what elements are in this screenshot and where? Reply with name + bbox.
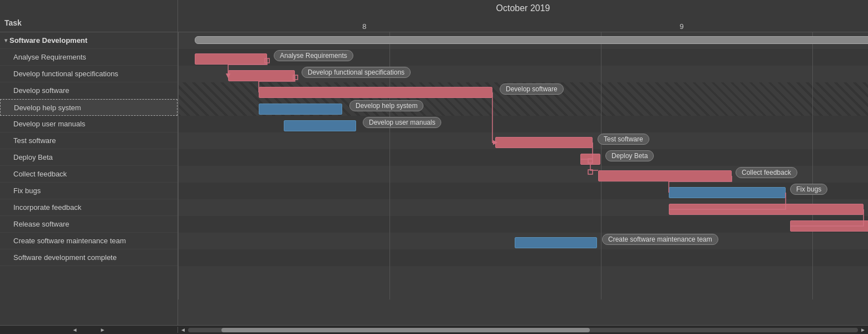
task-item-release-software[interactable]: Release software	[0, 216, 177, 233]
callout-collect-feedback: Collect feedback	[736, 167, 797, 178]
task-column-header: Task	[0, 0, 178, 32]
task-item-incorporate-feedback[interactable]: Incorporate feedback	[0, 199, 177, 216]
bar-deploy-beta[interactable]	[580, 154, 600, 165]
task-label-9: Fix bugs	[13, 186, 41, 195]
gantt-chart-area[interactable]: Analyse Requirements Develop functional …	[178, 32, 868, 325]
bar-create-maintenance-team[interactable]	[515, 237, 597, 248]
bar-develop-help-system[interactable]	[259, 104, 342, 115]
scroll-track[interactable]	[188, 328, 858, 332]
gantt-inner: Analyse Requirements Develop functional …	[178, 32, 868, 299]
callout-create-maintenance-team: Create software maintenance team	[602, 234, 718, 245]
callout-develop-user-manuals: Develop user manuals	[363, 117, 441, 128]
callout-analyse-requirements: Analyse Requirements	[274, 50, 353, 61]
task-item-deploy-beta[interactable]: Deploy Beta	[0, 149, 177, 166]
row-bg-13	[178, 249, 868, 266]
scrollbar-right: ◄ ►	[178, 327, 868, 333]
task-label: Task	[4, 18, 22, 27]
callout-develop-functional-specs: Develop functional specifications	[302, 67, 411, 78]
scrollbar-left: ◄ ►	[0, 327, 178, 333]
bar-incorporate-feedback[interactable]	[669, 204, 864, 215]
task-item-software-development[interactable]: ▾ Software Development	[0, 32, 177, 49]
task-item-fix-bugs[interactable]: Fix bugs	[0, 183, 177, 199]
grid-line-10	[812, 32, 813, 299]
bar-test-software[interactable]	[495, 137, 593, 148]
scroll-left-button[interactable]: ◄	[72, 327, 78, 333]
bar-release-software[interactable]	[790, 220, 868, 232]
date-9: 9	[680, 22, 684, 31]
callout-deploy-beta: Deploy Beta	[605, 150, 654, 161]
timeline-dates: 8 9	[178, 18, 868, 32]
task-list[interactable]: ▾ Software Development Analyse Requireme…	[0, 32, 178, 325]
task-label-3: Develop software	[13, 86, 69, 95]
scroll-gantt-left-button[interactable]: ◄	[180, 327, 186, 333]
task-label-13: Software development complete	[13, 253, 117, 262]
month-label: October 2019	[178, 3, 868, 13]
date-8: 8	[362, 22, 366, 31]
scroll-gantt-right-button[interactable]: ►	[860, 327, 866, 333]
row-bg-11	[178, 216, 868, 233]
scroll-right-button[interactable]: ►	[100, 327, 106, 333]
task-label-1: Analyse Requirements	[13, 53, 86, 61]
row-bg-7	[178, 149, 868, 166]
task-label-11: Release software	[13, 220, 69, 228]
bar-software-development-summary[interactable]	[195, 36, 868, 44]
task-item-develop-user-manuals[interactable]: Develop user manuals	[0, 116, 177, 132]
timeline-header: October 2019 8 9	[178, 0, 868, 32]
task-item-test-software[interactable]: Test software	[0, 132, 177, 149]
bar-develop-software[interactable]	[259, 87, 492, 98]
row-bg-5	[178, 116, 868, 132]
callout-test-software: Test software	[598, 134, 649, 145]
task-item-software-dev-complete[interactable]: Software development complete	[0, 249, 177, 266]
bar-fix-bugs[interactable]	[669, 187, 786, 198]
grid-line-9	[601, 32, 601, 299]
main-container: Task October 2019 8 9 ▾ Software Develop…	[0, 0, 868, 334]
bar-develop-functional-specs[interactable]	[228, 70, 295, 81]
task-item-analyse-requirements[interactable]: Analyse Requirements	[0, 49, 177, 66]
task-label-8: Collect feedback	[13, 170, 67, 178]
callout-develop-software: Develop software	[500, 84, 564, 95]
task-label-2: Develop functional specifications	[13, 70, 119, 78]
bar-analyse-requirements[interactable]	[195, 53, 267, 65]
task-item-create-maintenance-team[interactable]: Create software maintenance team	[0, 233, 177, 249]
grid-line-start	[178, 32, 179, 299]
scroll-thumb[interactable]	[221, 328, 590, 332]
header-row: Task October 2019 8 9	[0, 0, 868, 32]
scrollbar-area: ◄ ► ◄ ►	[0, 325, 868, 334]
task-label-10: Incorporate feedback	[13, 203, 81, 212]
task-label-4: Develop help system	[14, 104, 81, 112]
task-item-develop-functional-specs[interactable]: Develop functional specifications	[0, 66, 177, 82]
task-label-12: Create software maintenance team	[13, 237, 126, 245]
bar-develop-user-manuals[interactable]	[284, 120, 356, 131]
task-item-develop-help-system[interactable]: Develop help system	[0, 99, 177, 116]
content-area: ▾ Software Development Analyse Requireme…	[0, 32, 868, 325]
task-label-0: Software Development	[9, 36, 87, 45]
task-label-5: Develop user manuals	[13, 120, 85, 128]
task-item-collect-feedback[interactable]: Collect feedback	[0, 166, 177, 183]
task-item-develop-software[interactable]: Develop software	[0, 82, 177, 99]
callout-develop-help-system: Develop help system	[349, 100, 423, 111]
collapse-chevron: ▾	[4, 37, 7, 43]
task-label-7: Deploy Beta	[13, 153, 53, 161]
bar-collect-feedback[interactable]	[598, 170, 732, 181]
callout-fix-bugs: Fix bugs	[790, 184, 827, 195]
task-label-6: Test software	[13, 136, 56, 145]
